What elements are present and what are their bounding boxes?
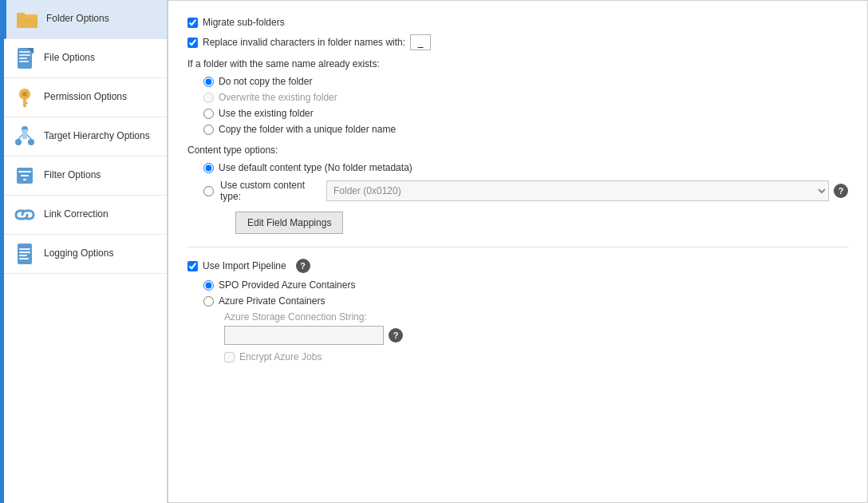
migrate-subfolders-row: Migrate sub-folders bbox=[187, 17, 848, 28]
svg-rect-24 bbox=[19, 255, 27, 256]
svg-rect-3 bbox=[17, 13, 25, 17]
radio-default-content-type: Use default content type (No folder meta… bbox=[203, 162, 848, 173]
content-type-select-wrapper: Folder (0x0120) ? bbox=[326, 180, 848, 201]
file-icon bbox=[14, 47, 36, 69]
radio-spo-provided: SPO Provided Azure Containers bbox=[203, 279, 848, 291]
sidebar-item-filter-options[interactable]: Filter Options bbox=[4, 156, 167, 196]
permission-icon bbox=[14, 86, 36, 109]
sidebar-label-link-correction: Link Correction bbox=[44, 208, 108, 221]
replace-invalid-chars-row: Replace invalid characters in folder nam… bbox=[187, 34, 848, 50]
folder-exists-label: If a folder with the same name already e… bbox=[187, 58, 848, 69]
filter-icon bbox=[14, 164, 36, 187]
use-import-pipeline-label[interactable]: Use Import Pipeline bbox=[203, 260, 286, 271]
azure-storage-help-icon[interactable]: ? bbox=[389, 328, 403, 343]
do-not-copy-radio[interactable] bbox=[203, 77, 214, 87]
folder-icon bbox=[16, 8, 38, 30]
azure-storage-label: Azure Storage Connection String: bbox=[224, 311, 848, 323]
svg-rect-22 bbox=[19, 248, 30, 250]
replace-invalid-chars-label[interactable]: Replace invalid characters in folder nam… bbox=[203, 37, 405, 48]
logging-icon bbox=[14, 243, 36, 265]
encrypt-azure-checkbox[interactable] bbox=[224, 352, 235, 362]
migrate-subfolders-checkbox[interactable] bbox=[187, 18, 198, 28]
replace-invalid-chars-checkbox[interactable] bbox=[187, 38, 198, 48]
use-existing-radio[interactable] bbox=[203, 109, 214, 119]
overwrite-existing-label[interactable]: Overwrite the existing folder bbox=[219, 92, 337, 103]
azure-private-label[interactable]: Azure Private Containers bbox=[219, 295, 325, 307]
azure-container-options: SPO Provided Azure Containers Azure Priv… bbox=[203, 279, 848, 307]
import-pipeline-section: Use Import Pipeline ? SPO Provided Azure… bbox=[187, 247, 848, 362]
hierarchy-icon bbox=[14, 125, 36, 148]
svg-rect-2 bbox=[17, 17, 37, 28]
copy-unique-radio[interactable] bbox=[203, 125, 214, 135]
sidebar-item-link-correction[interactable]: Link Correction bbox=[4, 196, 167, 235]
char-replacement-input[interactable] bbox=[410, 34, 431, 50]
radio-do-not-copy: Do not copy the folder bbox=[203, 76, 848, 87]
custom-content-type-radio[interactable] bbox=[203, 186, 214, 196]
content-type-help-icon[interactable]: ? bbox=[834, 184, 848, 198]
radio-use-existing: Use the existing folder bbox=[203, 108, 848, 119]
custom-content-type-label[interactable]: Use custom content type: bbox=[220, 180, 320, 202]
svg-rect-25 bbox=[19, 258, 29, 259]
svg-rect-19 bbox=[21, 175, 29, 176]
svg-rect-8 bbox=[19, 61, 29, 62]
svg-point-12 bbox=[15, 139, 22, 145]
sidebar-label-filter-options: Filter Options bbox=[44, 169, 101, 182]
use-existing-label[interactable]: Use the existing folder bbox=[219, 108, 314, 119]
encrypt-azure-row: Encrypt Azure Jobs bbox=[224, 351, 848, 362]
migrate-subfolders-label[interactable]: Migrate sub-folders bbox=[203, 17, 285, 28]
content-type-label: Content type options: bbox=[187, 145, 848, 156]
copy-unique-label[interactable]: Copy the folder with a unique folder nam… bbox=[219, 124, 396, 135]
spo-provided-radio[interactable] bbox=[203, 280, 214, 291]
sidebar-item-file-options[interactable]: File Options bbox=[4, 39, 167, 78]
import-pipeline-help-icon[interactable]: ? bbox=[296, 259, 310, 273]
svg-rect-6 bbox=[19, 54, 30, 56]
sidebar-label-target-hierarchy-options: Target Hierarchy Options bbox=[44, 130, 150, 143]
do-not-copy-label[interactable]: Do not copy the folder bbox=[219, 76, 312, 87]
link-icon bbox=[14, 204, 36, 226]
azure-storage-input[interactable] bbox=[224, 326, 384, 345]
sidebar-label-logging-options: Logging Options bbox=[44, 248, 113, 260]
use-import-pipeline-row: Use Import Pipeline ? bbox=[187, 259, 848, 273]
svg-rect-7 bbox=[19, 57, 27, 59]
default-content-type-label[interactable]: Use default content type (No folder meta… bbox=[219, 162, 412, 173]
content-type-section: Content type options: Use default conten… bbox=[187, 145, 848, 234]
edit-field-mappings-wrapper: Edit Field Mappings bbox=[203, 208, 848, 234]
sidebar-item-permission-options[interactable]: Permission Options bbox=[4, 78, 167, 117]
spo-provided-label[interactable]: SPO Provided Azure Containers bbox=[219, 279, 355, 291]
svg-rect-18 bbox=[18, 171, 31, 172]
radio-azure-private: Azure Private Containers bbox=[203, 295, 848, 307]
azure-private-radio[interactable] bbox=[203, 296, 214, 307]
edit-field-mappings-button[interactable]: Edit Field Mappings bbox=[235, 212, 343, 234]
azure-input-row: ? bbox=[224, 326, 848, 345]
custom-content-type-row: Use custom content type: Folder (0x0120)… bbox=[203, 180, 848, 202]
use-import-pipeline-checkbox[interactable] bbox=[187, 261, 198, 271]
folder-exists-options: Do not copy the folder Overwrite the exi… bbox=[203, 76, 848, 135]
default-content-type-radio[interactable] bbox=[203, 163, 214, 173]
sidebar-label-permission-options: Permission Options bbox=[44, 91, 127, 104]
overwrite-existing-radio[interactable] bbox=[203, 93, 214, 103]
sidebar: Folder Options File Options bbox=[4, 0, 168, 503]
radio-copy-unique: Copy the folder with a unique folder nam… bbox=[203, 124, 848, 135]
svg-rect-5 bbox=[19, 51, 30, 53]
sidebar-label-file-options: File Options bbox=[44, 52, 95, 65]
sidebar-item-target-hierarchy-options[interactable]: Target Hierarchy Options bbox=[4, 117, 167, 156]
sidebar-item-logging-options[interactable]: Logging Options bbox=[4, 235, 167, 274]
main-content: Migrate sub-folders Replace invalid char… bbox=[168, 0, 868, 503]
encrypt-azure-label[interactable]: Encrypt Azure Jobs bbox=[239, 351, 322, 362]
svg-rect-20 bbox=[23, 179, 26, 180]
radio-overwrite-existing: Overwrite the existing folder bbox=[203, 92, 848, 103]
content-type-select[interactable]: Folder (0x0120) bbox=[326, 180, 829, 201]
svg-rect-16 bbox=[22, 129, 27, 139]
sidebar-item-folder-options[interactable]: Folder Options bbox=[4, 0, 167, 39]
svg-point-13 bbox=[28, 139, 34, 145]
sidebar-label-folder-options: Folder Options bbox=[46, 13, 109, 26]
svg-rect-23 bbox=[19, 252, 30, 253]
svg-point-10 bbox=[22, 92, 27, 97]
svg-rect-21 bbox=[18, 244, 32, 264]
